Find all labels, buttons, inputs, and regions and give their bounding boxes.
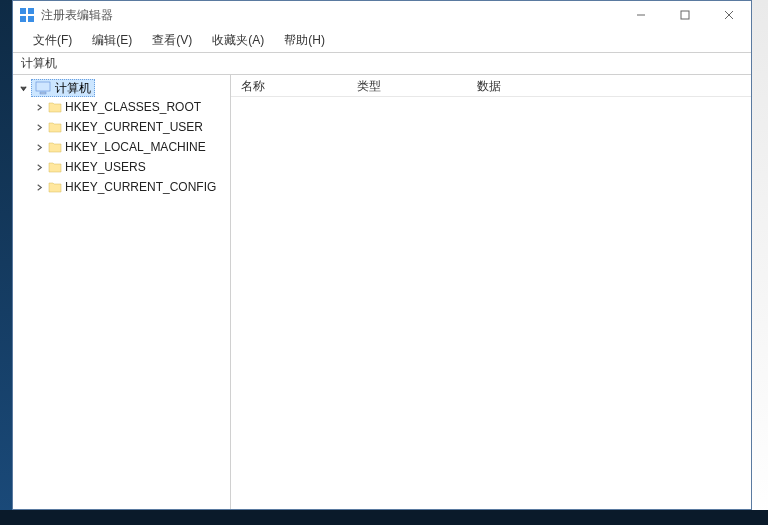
chevron-down-icon[interactable] — [17, 82, 29, 94]
tree-item-hkcc[interactable]: HKEY_CURRENT_CONFIG — [25, 177, 230, 197]
computer-icon — [35, 81, 51, 95]
tree-item-label: HKEY_LOCAL_MACHINE — [65, 140, 206, 154]
tree-item-label: HKEY_CLASSES_ROOT — [65, 100, 201, 114]
chevron-right-icon[interactable] — [33, 101, 45, 113]
desktop-taskbar — [0, 510, 768, 525]
menu-view[interactable]: 查看(V) — [142, 29, 202, 52]
app-icon — [19, 7, 35, 23]
column-header-data[interactable]: 数据 — [467, 75, 751, 96]
folder-icon — [48, 181, 62, 193]
tree-item-hkcu[interactable]: HKEY_CURRENT_USER — [25, 117, 230, 137]
desktop-left-strip — [0, 0, 12, 525]
folder-icon — [48, 161, 62, 173]
tree-pane[interactable]: 计算机 HKEY_CLASSES_ROOT HKEY_CURRENT_USER — [13, 75, 231, 509]
window-controls — [619, 1, 751, 29]
tree-root[interactable]: 计算机 — [13, 79, 230, 97]
svg-rect-2 — [20, 16, 26, 22]
list-header: 名称 类型 数据 — [231, 75, 751, 97]
folder-icon — [48, 121, 62, 133]
list-body[interactable] — [231, 97, 751, 509]
svg-rect-0 — [20, 8, 26, 14]
list-pane[interactable]: 名称 类型 数据 — [231, 75, 751, 509]
svg-rect-5 — [681, 11, 689, 19]
content-area: 计算机 HKEY_CLASSES_ROOT HKEY_CURRENT_USER — [13, 75, 751, 509]
chevron-right-icon[interactable] — [33, 141, 45, 153]
chevron-right-icon[interactable] — [33, 161, 45, 173]
tree-children: HKEY_CLASSES_ROOT HKEY_CURRENT_USER HKEY… — [13, 97, 230, 197]
menu-edit[interactable]: 编辑(E) — [82, 29, 142, 52]
folder-icon — [48, 141, 62, 153]
close-button[interactable] — [707, 1, 751, 29]
column-header-name[interactable]: 名称 — [231, 75, 347, 96]
chevron-right-icon[interactable] — [33, 121, 45, 133]
titlebar[interactable]: 注册表编辑器 — [13, 1, 751, 29]
svg-rect-3 — [28, 16, 34, 22]
svg-rect-8 — [36, 82, 50, 91]
address-bar[interactable]: 计算机 — [13, 53, 751, 75]
menu-file[interactable]: 文件(F) — [23, 29, 82, 52]
tree-item-label: HKEY_CURRENT_CONFIG — [65, 180, 216, 194]
registry-editor-window: 注册表编辑器 文件(F) 编辑(E) 查看(V) 收藏夹(A) 帮助(H) 计算… — [12, 0, 752, 510]
maximize-button[interactable] — [663, 1, 707, 29]
folder-icon — [48, 101, 62, 113]
chevron-right-icon[interactable] — [33, 181, 45, 193]
menubar: 文件(F) 编辑(E) 查看(V) 收藏夹(A) 帮助(H) — [13, 29, 751, 53]
tree-item-label: HKEY_CURRENT_USER — [65, 120, 203, 134]
svg-rect-1 — [28, 8, 34, 14]
column-header-type[interactable]: 类型 — [347, 75, 467, 96]
desktop-right-strip — [752, 0, 768, 525]
tree-item-hkcr[interactable]: HKEY_CLASSES_ROOT — [25, 97, 230, 117]
menu-favorites[interactable]: 收藏夹(A) — [202, 29, 274, 52]
tree-root-label: 计算机 — [55, 80, 91, 97]
tree-item-label: HKEY_USERS — [65, 160, 146, 174]
address-text: 计算机 — [21, 55, 57, 72]
minimize-button[interactable] — [619, 1, 663, 29]
menu-help[interactable]: 帮助(H) — [274, 29, 335, 52]
tree-item-hklm[interactable]: HKEY_LOCAL_MACHINE — [25, 137, 230, 157]
window-title: 注册表编辑器 — [41, 7, 619, 24]
svg-rect-9 — [40, 92, 46, 94]
tree-item-hku[interactable]: HKEY_USERS — [25, 157, 230, 177]
